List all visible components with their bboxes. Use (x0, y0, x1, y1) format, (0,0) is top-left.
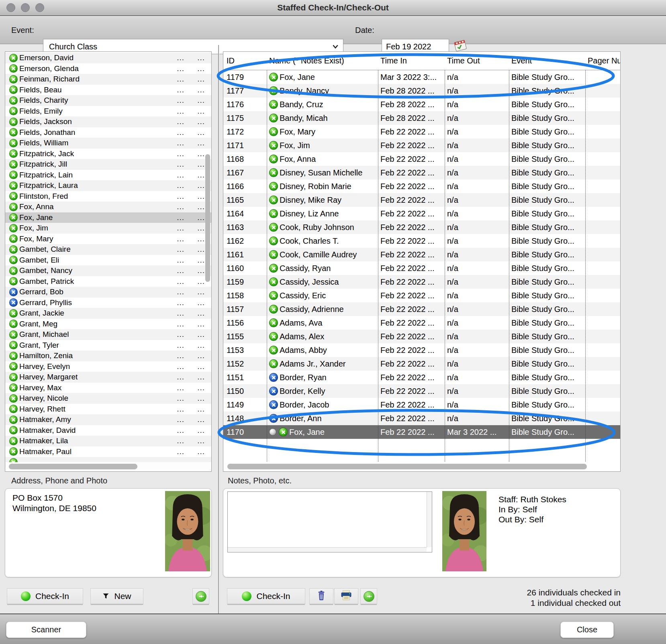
close-button[interactable]: Close (560, 622, 614, 638)
table-row[interactable]: 1176Bandy, CruzFeb 28 2022 ...n/aBible S… (223, 98, 620, 111)
row-actions-button[interactable]: ... (197, 53, 205, 62)
table-row[interactable]: 1158Cassidy, EricFeb 22 2022 ...n/aBible… (223, 289, 620, 302)
row-more-button[interactable]: ... (177, 415, 184, 424)
row-actions-button[interactable]: ... (197, 107, 205, 116)
list-item[interactable]: Fields, Jonathan...... (5, 127, 211, 138)
notes-vertical-scroll-track[interactable] (427, 492, 432, 547)
table-row[interactable]: 1161Cook, Camille AudreyFeb 22 2022 ...n… (223, 248, 620, 261)
row-more-button[interactable]: ... (177, 75, 184, 84)
list-item[interactable]: Hatmaker, Lila...... (5, 436, 211, 446)
list-vertical-scrollbar[interactable] (205, 154, 210, 282)
row-actions-button[interactable]: ... (197, 139, 205, 147)
column-header-event[interactable]: Event (509, 56, 585, 65)
list-item[interactable]: Flintston, Fred...... (5, 191, 211, 202)
row-more-button[interactable]: ... (177, 128, 184, 137)
right-checkin-button[interactable]: Check-In (227, 588, 305, 604)
column-header-pager[interactable]: Pager Nur (585, 56, 620, 65)
list-item[interactable]: Gambet, Nancy...... (5, 265, 211, 276)
row-actions-button[interactable]: ... (197, 64, 205, 73)
row-more-button[interactable]: ... (177, 405, 184, 414)
column-header-id[interactable]: ID (223, 56, 267, 65)
table-row[interactable]: 1155Adams, AlexFeb 22 2022 ...n/aBible S… (223, 330, 620, 343)
row-actions-button[interactable]: ... (197, 447, 205, 456)
row-more-button[interactable]: ... (177, 245, 184, 254)
column-header-time-in[interactable]: Time In (378, 56, 445, 65)
table-row[interactable]: 1149Border, JacobFeb 22 2022 ...n/aBible… (223, 398, 620, 412)
list-item[interactable]: Harvey, Evelyn...... (5, 361, 211, 372)
calendar-icon[interactable] (454, 40, 466, 52)
row-actions-button[interactable]: ... (197, 351, 205, 360)
list-item[interactable]: Emerson, Glenda...... (5, 63, 211, 74)
table-row[interactable]: 1151Border, RyanFeb 22 2022 ...n/aBible … (223, 371, 620, 384)
row-actions-button[interactable]: ... (197, 362, 205, 371)
list-item[interactable]: Fields, Jackson...... (5, 116, 211, 127)
list-horizontal-scrollbar[interactable] (9, 464, 137, 469)
row-actions-button[interactable]: ... (197, 202, 205, 211)
table-row[interactable]: 1172Fox, MaryFeb 22 2022 ...n/aBible Stu… (223, 125, 620, 139)
list-item[interactable]: Grant, Tyler...... (5, 340, 211, 351)
row-actions-button[interactable]: ... (197, 234, 205, 243)
table-row[interactable]: 1165Disney, Mike RayFeb 22 2022 ...n/aBi… (223, 193, 620, 207)
row-actions-button[interactable]: ... (197, 117, 205, 126)
row-actions-button[interactable]: ... (197, 426, 205, 435)
table-row[interactable]: 1152Adams Jr., XanderFeb 22 2022 ...n/aB… (223, 357, 620, 371)
table-row[interactable]: 1150Border, KellyFeb 22 2022 ...n/aBible… (223, 384, 620, 398)
list-item[interactable]: Emerson, David...... (5, 53, 211, 63)
row-more-button[interactable]: ... (177, 160, 184, 169)
list-item[interactable]: Hamilton, Zenia...... (5, 351, 211, 361)
row-actions-button[interactable]: ... (197, 277, 205, 286)
table-row[interactable]: 1167Disney, Susan MichelleFeb 22 2022 ..… (223, 166, 620, 179)
table-row[interactable]: 1168Fox, AnnaFeb 22 2022 ...n/aBible Stu… (223, 152, 620, 166)
column-header-time-out[interactable]: Time Out (445, 56, 509, 65)
list-item[interactable]: Fox, Mary...... (5, 234, 211, 245)
list-item[interactable]: Grant, Jackie...... (5, 308, 211, 319)
row-actions-button[interactable]: ... (197, 96, 205, 105)
row-more-button[interactable]: ... (177, 234, 184, 243)
left-advance-button[interactable] (192, 588, 209, 604)
row-more-button[interactable]: ... (177, 213, 184, 222)
list-item[interactable]: Fitzpatrick, Laura...... (5, 180, 211, 191)
table-row[interactable]: 1156Adams, AvaFeb 22 2022 ...n/aBible St… (223, 316, 620, 330)
row-actions-button[interactable]: ... (197, 224, 205, 232)
row-more-button[interactable]: ... (177, 320, 184, 328)
row-more-button[interactable]: ... (177, 117, 184, 126)
table-row[interactable]: 1157Cassidy, AdrienneFeb 22 2022 ...n/aB… (223, 302, 620, 316)
row-actions-button[interactable]: ... (197, 394, 205, 403)
table-row[interactable]: 1159Cassidy, JessicaFeb 22 2022 ...n/aBi… (223, 275, 620, 289)
notes-textarea[interactable] (227, 491, 432, 552)
list-item[interactable]: Fitzpatrick, Jill...... (5, 159, 211, 170)
row-actions-button[interactable]: ... (197, 128, 205, 137)
row-actions-button[interactable]: ... (197, 192, 205, 201)
list-item[interactable]: Fox, Jim...... (5, 223, 211, 234)
list-item[interactable]: Gerrard, Bob...... (5, 287, 211, 298)
row-more-button[interactable]: ... (177, 107, 184, 116)
table-row[interactable]: 1170Fox, JaneFeb 22 2022 ...Mar 3 2022 .… (223, 425, 620, 439)
list-item[interactable]: Harvey, Nicole...... (5, 393, 211, 404)
scanner-button[interactable]: Scanner (6, 622, 86, 638)
list-item[interactable]: Fitzpatrick, Lain...... (5, 170, 211, 181)
row-more-button[interactable]: ... (177, 394, 184, 403)
table-row[interactable]: 1160Cassidy, RyanFeb 22 2022 ...n/aBible… (223, 261, 620, 275)
list-item[interactable]: Fitzpatrick, Jack...... (5, 149, 211, 159)
list-item[interactable]: Harvey, Margaret...... (5, 372, 211, 383)
row-more-button[interactable]: ... (177, 330, 184, 339)
row-more-button[interactable]: ... (177, 298, 184, 307)
table-row[interactable]: 1153Adams, AbbyFeb 22 2022 ...n/aBible S… (223, 343, 620, 357)
row-more-button[interactable]: ... (177, 351, 184, 360)
row-more-button[interactable]: ... (177, 309, 184, 318)
table-row[interactable]: 1162Cook, Charles T.Feb 22 2022 ...n/aBi… (223, 234, 620, 248)
list-item[interactable]: Fox, Anna...... (5, 202, 211, 212)
table-row[interactable]: 1177Bandy, NancyFeb 28 2022 ...n/aBible … (223, 84, 620, 98)
row-more-button[interactable]: ... (177, 139, 184, 147)
list-item[interactable]: Gambet, Claire...... (5, 244, 211, 255)
list-item[interactable]: Fields, Beau...... (5, 85, 211, 96)
row-actions-button[interactable]: ... (197, 373, 205, 381)
list-item[interactable]: Harvey, Max...... (5, 383, 211, 393)
table-row[interactable]: 1163Cook, Ruby JohnsonFeb 22 2022 ...n/a… (223, 220, 620, 234)
row-more-button[interactable]: ... (177, 202, 184, 211)
row-more-button[interactable]: ... (177, 341, 184, 350)
notes-horizontal-scroll-track[interactable] (228, 547, 427, 552)
row-more-button[interactable]: ... (177, 447, 184, 456)
table-row[interactable]: 1171Fox, JimFeb 22 2022 ...n/aBible Stud… (223, 139, 620, 152)
right-advance-button[interactable] (360, 588, 377, 604)
